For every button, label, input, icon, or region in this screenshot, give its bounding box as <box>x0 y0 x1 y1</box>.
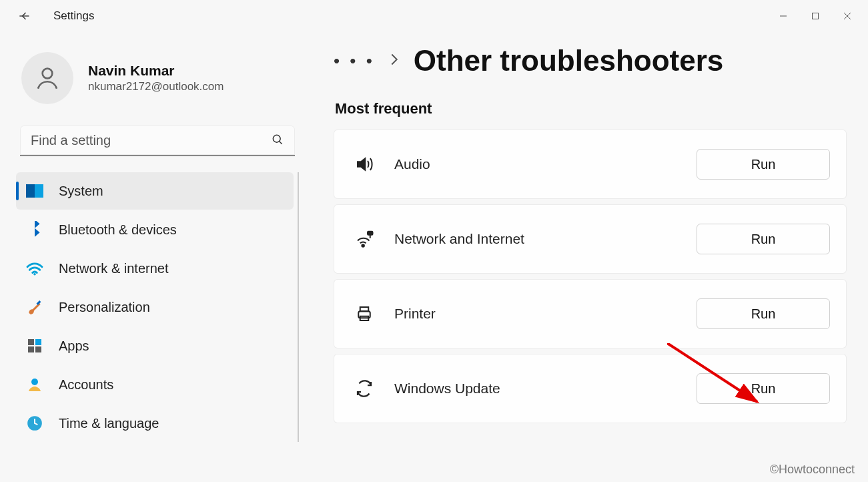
apps-icon <box>25 336 44 355</box>
search-icon <box>271 133 284 149</box>
breadcrumb-ellipsis[interactable]: • • • <box>334 51 375 71</box>
sidebar-item-label: Apps <box>59 338 89 354</box>
avatar <box>21 52 73 104</box>
troubleshooter-label: Printer <box>394 306 697 322</box>
page-title: Other troubleshooters <box>414 44 724 77</box>
search-input[interactable] <box>20 126 295 156</box>
troubleshooter-label: Network and Internet <box>394 231 697 247</box>
titlebar: Settings <box>0 0 868 32</box>
svg-line-6 <box>280 142 282 144</box>
sidebar-item-label: Time & language <box>59 416 159 431</box>
run-button-printer[interactable]: Run <box>697 298 830 329</box>
troubleshooter-network-internet: Network and Internet Run <box>334 204 847 274</box>
person-icon <box>33 64 61 92</box>
system-icon <box>25 182 44 200</box>
run-button-audio[interactable]: Run <box>697 149 830 180</box>
close-button[interactable] <box>832 5 863 27</box>
clock-globe-icon <box>25 414 44 433</box>
sidebar-item-personalization[interactable]: Personalization <box>16 288 294 326</box>
sidebar-item-network-internet[interactable]: Network & internet <box>16 250 294 287</box>
app-title: Settings <box>53 9 94 23</box>
svg-point-9 <box>33 273 36 276</box>
sidebar-item-label: Personalization <box>59 300 150 315</box>
bluetooth-icon <box>25 220 44 239</box>
svg-point-18 <box>362 244 364 247</box>
sidebar-item-label: Bluetooth & devices <box>59 222 177 238</box>
window-controls <box>768 5 863 27</box>
minimize-button[interactable] <box>768 5 799 27</box>
accounts-icon <box>25 375 44 394</box>
svg-point-5 <box>273 135 280 142</box>
run-button-windows-update[interactable]: Run <box>697 373 830 404</box>
troubleshooter-printer: Printer Run <box>334 279 847 348</box>
audio-icon <box>353 154 376 174</box>
printer-icon <box>353 304 376 324</box>
troubleshooter-label: Windows Update <box>394 381 697 397</box>
nav: System Bluetooth & devices Network & int… <box>16 172 299 442</box>
sidebar-item-accounts[interactable]: Accounts <box>16 366 294 403</box>
troubleshooter-windows-update: Windows Update Run <box>334 354 847 423</box>
svg-point-15 <box>31 379 38 385</box>
sidebar-item-bluetooth-devices[interactable]: Bluetooth & devices <box>16 211 294 248</box>
troubleshooter-audio: Audio Run <box>334 130 847 199</box>
svg-rect-13 <box>28 346 34 352</box>
sidebar-item-label: Accounts <box>59 377 113 393</box>
sidebar-item-apps[interactable]: Apps <box>16 327 294 365</box>
chevron-right-icon <box>390 53 399 69</box>
main: • • • Other troubleshooters Most frequen… <box>307 32 868 482</box>
sync-icon <box>353 379 376 399</box>
svg-rect-14 <box>35 346 41 352</box>
troubleshooter-label: Audio <box>394 156 697 172</box>
sidebar: Navin Kumar nkumar2172@outlook.com Syste… <box>0 32 307 482</box>
maximize-button[interactable] <box>800 5 831 27</box>
sidebar-item-system[interactable]: System <box>16 172 294 210</box>
svg-rect-1 <box>813 13 819 19</box>
profile-name: Navin Kumar <box>88 63 224 79</box>
svg-rect-11 <box>28 339 34 345</box>
svg-rect-20 <box>360 307 369 311</box>
profile-block[interactable]: Navin Kumar nkumar2172@outlook.com <box>16 40 299 123</box>
troubleshooters-list: Audio Run Network and Internet Run Print… <box>334 130 847 423</box>
svg-rect-8 <box>26 184 35 198</box>
breadcrumb: • • • Other troubleshooters <box>334 44 847 77</box>
svg-point-4 <box>43 69 53 79</box>
sidebar-item-time-language[interactable]: Time & language <box>16 405 294 442</box>
svg-rect-12 <box>35 339 41 345</box>
run-button-network[interactable]: Run <box>697 224 830 254</box>
wifi-icon <box>25 259 44 278</box>
sidebar-item-label: Network & internet <box>59 261 169 276</box>
svg-rect-17 <box>368 232 373 235</box>
profile-email: nkumar2172@outlook.com <box>88 80 224 93</box>
sidebar-item-label: System <box>59 184 103 199</box>
section-title-most-frequent: Most frequent <box>335 100 847 117</box>
paintbrush-icon <box>25 298 44 316</box>
network-icon <box>353 229 376 249</box>
back-button[interactable] <box>11 3 37 29</box>
watermark: ©Howtoconnect <box>770 463 855 477</box>
arrow-left-icon <box>17 9 31 23</box>
search-wrap <box>20 126 295 156</box>
